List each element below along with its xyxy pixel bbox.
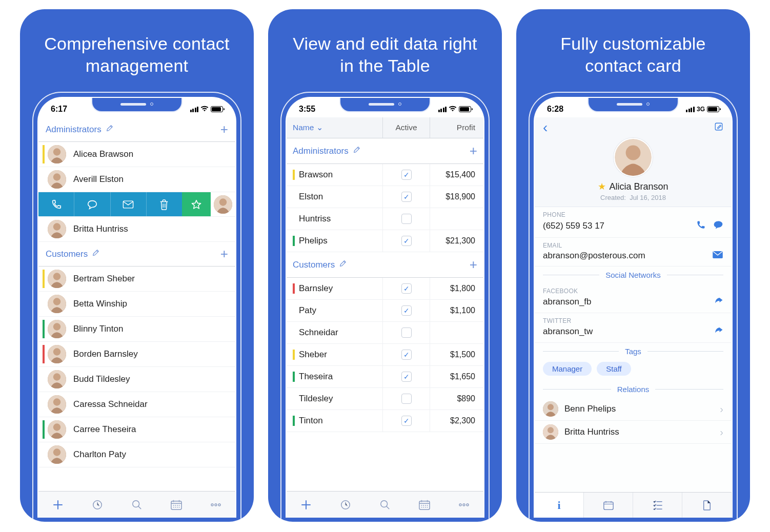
group-header[interactable]: Administrators+ [287,138,483,164]
table-row[interactable]: Tildesley$890 [287,388,483,410]
table-row[interactable]: Tinton✓$2,300 [287,410,483,432]
table-row[interactable]: Huntriss [287,208,483,230]
avatar[interactable] [614,138,653,177]
contact-row[interactable]: Averill Elston [38,167,235,192]
col-profit[interactable]: Profit [430,117,483,138]
color-strip [43,145,45,163]
active-checkbox[interactable]: ✓ [401,170,412,180]
toolbar-recent-button[interactable] [326,499,366,510]
tag-pill[interactable]: Staff [597,362,631,376]
tab-checklist[interactable] [633,493,682,518]
toolbar-more-button[interactable] [444,502,483,508]
toolbar-search-button[interactable] [366,499,405,510]
active-checkbox[interactable] [401,214,412,224]
mail-icon[interactable] [712,251,723,261]
phone-frame-inner: 6:17 Administrators+Alicea BrawsonAveril… [37,97,236,518]
swipe-delete-button[interactable] [147,192,182,216]
table-row[interactable]: Paty✓$1,100 [287,300,483,322]
pencil-icon[interactable] [339,259,347,270]
color-strip [43,295,45,313]
active-checkbox[interactable] [401,328,412,338]
twitter-value[interactable]: abranson_tw [543,326,714,337]
contact-row[interactable]: Bertram Sheber [38,267,235,292]
group-add-button[interactable]: + [220,121,228,137]
share-icon[interactable] [714,326,723,337]
contact-row[interactable]: Budd Tildesley [38,367,235,392]
contact-row[interactable]: Carree Theseira [38,417,235,442]
toolbar-more-button[interactable] [196,502,235,508]
avatar [48,370,66,388]
active-checkbox[interactable]: ✓ [401,236,412,246]
active-checkbox[interactable]: ✓ [401,192,412,202]
tab-calendar[interactable] [584,493,633,518]
active-checkbox[interactable] [401,394,412,404]
color-strip [43,370,45,388]
message-icon[interactable] [713,220,723,232]
pencil-icon[interactable] [92,249,100,259]
svg-rect-27 [171,501,181,509]
facebook-field: FACEBOOK abranson_fb [535,283,732,313]
contact-row[interactable]: Charlton Paty [38,442,235,467]
table-row[interactable]: Theseira✓$1,650 [287,366,483,388]
avatar[interactable] [211,192,235,216]
swipe-mail-button[interactable] [111,192,147,216]
cell-name: Tildesley [299,394,333,404]
swipe-call-button[interactable] [38,192,74,216]
star-icon[interactable]: ★ [598,181,606,192]
active-checkbox[interactable]: ✓ [401,416,412,426]
contact-row[interactable]: Britta Huntriss [38,217,235,242]
active-checkbox[interactable]: ✓ [401,305,412,316]
table-row[interactable]: Elston✓$18,900 [287,186,483,208]
swipe-message-button[interactable] [74,192,110,216]
email-value[interactable]: abranson@posterous.com [543,251,712,261]
pencil-icon[interactable] [106,124,114,135]
share-icon[interactable] [714,296,723,308]
relation-row[interactable]: Britta Huntriss › [535,421,732,444]
phone-value[interactable]: (652) 559 53 17 [543,221,696,231]
group-add-button[interactable]: + [470,257,477,273]
toolbar-calendar-button[interactable] [404,499,444,510]
relation-row[interactable]: Benn Phelips › [535,398,732,421]
table-row[interactable]: Brawson✓$15,400 [287,164,483,186]
toolbar-calendar-button[interactable] [156,499,196,510]
active-checkbox[interactable]: ✓ [401,372,412,382]
toolbar-add-button[interactable] [287,499,326,511]
table-row[interactable]: Schneidar [287,322,483,344]
contact-row[interactable]: Betta Winship [38,292,235,317]
contact-row[interactable]: Alicea Brawson [38,142,235,167]
facebook-value[interactable]: abranson_fb [543,297,714,307]
toolbar-recent-button[interactable] [78,499,117,510]
table-row[interactable]: Barnsley✓$1,800 [287,278,483,300]
active-checkbox[interactable]: ✓ [401,350,412,360]
contact-row[interactable]: Borden Barnsley [38,342,235,367]
tag-pill[interactable]: Manager [543,362,592,376]
toolbar-search-button[interactable] [117,499,157,510]
swipe-favorite-button[interactable] [182,192,211,216]
toolbar-add-button[interactable] [38,499,78,511]
cell-name: Huntriss [299,214,331,224]
contact-name: Charlton Paty [73,449,126,460]
svg-point-12 [53,298,60,305]
color-strip [293,394,295,404]
group-add-button[interactable]: + [470,143,477,159]
table-row[interactable]: Sheber✓$1,500 [287,344,483,366]
contact-row[interactable]: Blinny Tinton [38,317,235,342]
group-header[interactable]: Administrators+ [38,117,235,142]
pencil-icon[interactable] [353,146,361,156]
phone-notch [587,97,679,112]
group-header[interactable]: Customers+ [38,242,235,267]
phone-icon[interactable] [696,220,706,232]
col-name-sort[interactable]: Name ⌄ [287,117,383,138]
active-checkbox[interactable]: ✓ [401,283,412,294]
edit-button[interactable] [714,122,723,133]
back-button[interactable]: ‹ [543,119,548,136]
group-add-button[interactable]: + [220,246,228,262]
table-row[interactable]: Phelips✓$21,300 [287,230,483,252]
svg-point-37 [215,504,217,506]
tab-document[interactable] [682,493,732,518]
tab-info[interactable]: i [535,493,584,518]
group-header[interactable]: Customers+ [287,252,483,278]
contact-row[interactable]: Caressa Schneidar [38,392,235,417]
col-active[interactable]: Active [383,117,430,138]
color-strip [43,170,45,189]
